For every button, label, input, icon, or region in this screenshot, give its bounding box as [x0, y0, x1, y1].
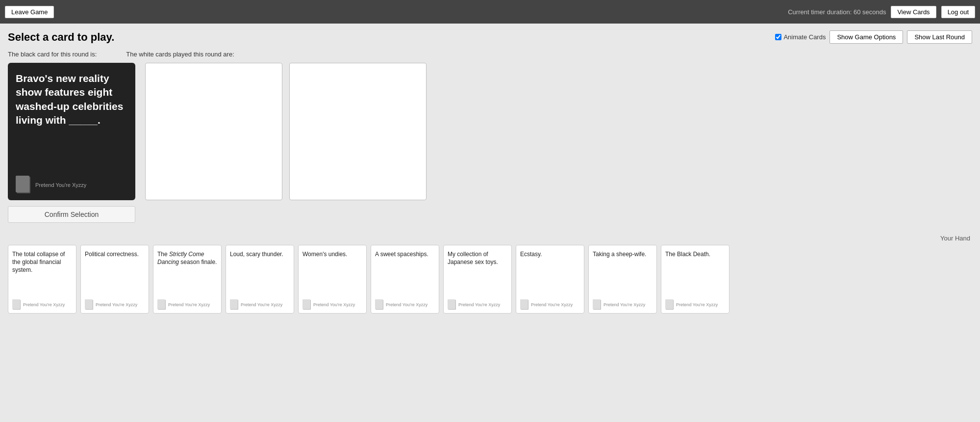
- hand-card-text-9: Taking a sheep-wife.: [593, 250, 653, 258]
- show-game-options-button[interactable]: Show Game Options: [829, 30, 903, 44]
- hand-section: Your Hand The total collapse of the glob…: [8, 235, 972, 314]
- white-cards-label: The white cards played this round are:: [126, 51, 234, 58]
- hand-card-brand-name-2: Pretend You're Xyzzy: [96, 302, 137, 307]
- logout-button[interactable]: Log out: [941, 6, 975, 18]
- hand-card-brand-4: Pretend You're Xyzzy: [230, 299, 290, 310]
- hand-card-text-2: Political correctness.: [85, 250, 145, 258]
- hand-card-text-5: Women's undies.: [302, 250, 362, 258]
- cards-area: Bravo's new reality show features eight …: [8, 63, 972, 223]
- hand-card-text-7: My collection of Japanese sex toys.: [448, 250, 507, 266]
- topbar-right: Current timer duration: 60 seconds View …: [788, 6, 975, 18]
- mini-brand-icon: [520, 299, 529, 310]
- hand-card-brand-name-10: Pretend You're Xyzzy: [676, 302, 718, 307]
- hand-card-5[interactable]: Women's undies.Pretend You're Xyzzy: [298, 245, 367, 314]
- topbar: Leave Game Current timer duration: 60 se…: [0, 0, 980, 24]
- animate-cards-text: Animate Cards: [783, 33, 826, 41]
- timer-text: Current timer duration: 60 seconds: [788, 8, 886, 16]
- white-card-played-2: [289, 63, 427, 200]
- mini-brand-icon: [230, 299, 239, 310]
- animate-cards-checkbox[interactable]: [775, 34, 781, 40]
- hand-card-brand-name-3: Pretend You're Xyzzy: [168, 302, 210, 307]
- hand-card-brand-8: Pretend You're Xyzzy: [520, 299, 580, 310]
- hand-card-10[interactable]: The Black Death.Pretend You're Xyzzy: [661, 245, 729, 314]
- hand-card-brand-name-5: Pretend You're Xyzzy: [313, 302, 355, 307]
- hand-card-6[interactable]: A sweet spaceships.Pretend You're Xyzzy: [371, 245, 439, 314]
- view-cards-button[interactable]: View Cards: [891, 6, 936, 18]
- mini-brand-icon: [302, 299, 311, 310]
- mini-brand-icon: [85, 299, 94, 310]
- animate-cards-label[interactable]: Animate Cards: [775, 33, 826, 41]
- title-right: Animate Cards Show Game Options Show Las…: [775, 30, 972, 44]
- hand-card-brand-5: Pretend You're Xyzzy: [302, 299, 362, 310]
- white-played-area: [145, 63, 972, 200]
- black-card-col: Bravo's new reality show features eight …: [8, 63, 135, 223]
- leave-game-button[interactable]: Leave Game: [5, 6, 54, 18]
- mini-brand-icon: [448, 299, 456, 310]
- hand-card-brand-6: Pretend You're Xyzzy: [375, 299, 435, 310]
- hand-card-4[interactable]: Loud, scary thunder.Pretend You're Xyzzy: [226, 245, 294, 314]
- mini-brand-icon: [665, 299, 674, 310]
- hand-card-text-3: The Strictly Come Dancing season finale.: [157, 250, 217, 266]
- brand-icon: [16, 176, 31, 194]
- hand-card-1[interactable]: The total collapse of the global financi…: [8, 245, 76, 314]
- show-last-round-button[interactable]: Show Last Round: [907, 30, 972, 44]
- hand-card-7[interactable]: My collection of Japanese sex toys.Prete…: [443, 245, 512, 314]
- mini-brand-icon: [593, 299, 602, 310]
- hand-card-2[interactable]: Political correctness.Pretend You're Xyz…: [80, 245, 149, 314]
- black-card: Bravo's new reality show features eight …: [8, 63, 135, 200]
- hand-card-brand-3: Pretend You're Xyzzy: [157, 299, 217, 310]
- mini-brand-icon: [12, 299, 21, 310]
- page-title: Select a card to play.: [8, 31, 114, 44]
- hand-card-brand-1: Pretend You're Xyzzy: [12, 299, 72, 310]
- hand-card-brand-name-4: Pretend You're Xyzzy: [241, 302, 282, 307]
- hand-card-brand-name-7: Pretend You're Xyzzy: [458, 302, 500, 307]
- hand-card-brand-2: Pretend You're Xyzzy: [85, 299, 145, 310]
- hand-card-8[interactable]: Ecstasy.Pretend You're Xyzzy: [516, 245, 584, 314]
- hand-card-brand-10: Pretend You're Xyzzy: [665, 299, 725, 310]
- main-content: Select a card to play. Animate Cards Sho…: [0, 24, 980, 318]
- hand-card-brand-name-6: Pretend You're Xyzzy: [386, 302, 427, 307]
- white-cards-row: [145, 63, 972, 200]
- topbar-left: Leave Game: [5, 6, 54, 18]
- hand-card-text-8: Ecstasy.: [520, 250, 580, 258]
- confirm-selection-button[interactable]: Confirm Selection: [8, 206, 135, 223]
- hand-card-brand-name-1: Pretend You're Xyzzy: [23, 302, 65, 307]
- black-card-brand: Pretend You're Xyzzy: [16, 176, 127, 194]
- mini-brand-icon: [375, 299, 384, 310]
- hand-card-brand-9: Pretend You're Xyzzy: [593, 299, 653, 310]
- hand-card-text-4: Loud, scary thunder.: [230, 250, 290, 258]
- title-row: Select a card to play. Animate Cards Sho…: [8, 30, 972, 44]
- hand-card-text-1: The total collapse of the global financi…: [12, 250, 72, 274]
- hand-card-3[interactable]: The Strictly Come Dancing season finale.…: [153, 245, 222, 314]
- hand-card-9[interactable]: Taking a sheep-wife.Pretend You're Xyzzy: [588, 245, 657, 314]
- round-info: The black card for this round is: The wh…: [8, 51, 972, 58]
- white-card-played-1: [145, 63, 282, 200]
- hand-card-text-6: A sweet spaceships.: [375, 250, 435, 258]
- black-card-label: The black card for this round is:: [8, 51, 97, 58]
- black-card-brand-name: Pretend You're Xyzzy: [35, 182, 86, 188]
- hand-card-brand-name-8: Pretend You're Xyzzy: [531, 302, 573, 307]
- hand-card-text-10: The Black Death.: [665, 250, 725, 258]
- your-hand-label: Your Hand: [8, 235, 972, 242]
- hand-card-brand-7: Pretend You're Xyzzy: [448, 299, 507, 310]
- hand-card-brand-name-9: Pretend You're Xyzzy: [603, 302, 645, 307]
- mini-brand-icon: [157, 299, 166, 310]
- black-card-text: Bravo's new reality show features eight …: [16, 72, 127, 127]
- hand-cards-row: The total collapse of the global financi…: [8, 245, 972, 314]
